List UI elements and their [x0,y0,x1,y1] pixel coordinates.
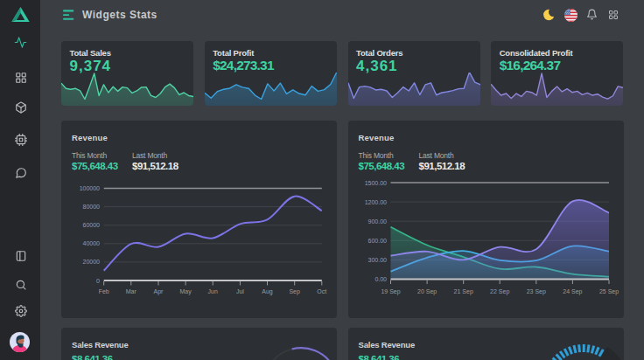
svg-text:300.00: 300.00 [368,257,387,263]
svg-text:1500.00: 1500.00 [364,180,386,186]
svg-text:19 Sep: 19 Sep [381,288,400,295]
svg-text:Jul: Jul [236,288,244,294]
svg-text:21 Sep: 21 Sep [453,288,472,295]
svg-text:Aug: Aug [262,288,273,295]
svg-text:80000: 80000 [83,204,101,210]
svg-text:100000: 100000 [80,185,100,191]
svg-text:23 Sep: 23 Sep [526,288,545,295]
svg-text:Apr: Apr [154,288,164,295]
svg-text:900.00: 900.00 [368,218,387,225]
svg-text:May: May [179,288,192,295]
svg-text:24 Sep: 24 Sep [563,288,582,295]
svg-text:25 Sep: 25 Sep [598,288,618,295]
svg-text:Sep: Sep [289,288,300,295]
svg-text:20000: 20000 [83,259,101,265]
svg-text:Feb: Feb [99,288,109,294]
svg-text:60000: 60000 [83,222,101,228]
svg-text:20 Sep: 20 Sep [417,288,437,295]
svg-text:0.00: 0.00 [374,276,387,282]
svg-text:Oct: Oct [317,288,326,294]
svg-text:Jun: Jun [208,288,218,294]
svg-text:0: 0 [96,278,100,284]
svg-text:600.00: 600.00 [368,238,387,244]
svg-text:22 Sep: 22 Sep [490,288,509,295]
svg-text:40000: 40000 [83,240,101,246]
svg-text:1200.00: 1200.00 [364,199,386,205]
svg-text:Mar: Mar [126,288,137,294]
